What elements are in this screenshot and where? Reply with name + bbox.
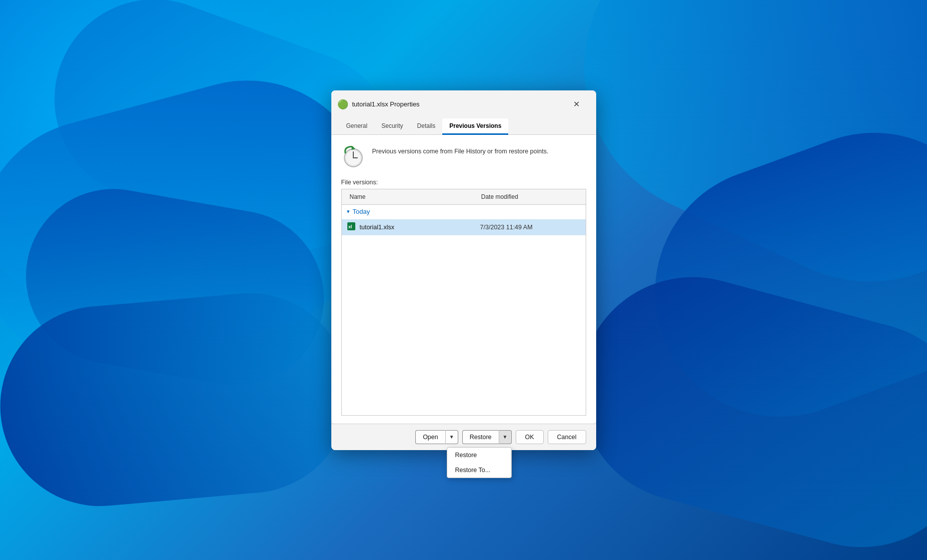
restore-button[interactable]: Restore	[462, 430, 499, 444]
file-versions-label: File versions:	[341, 179, 586, 186]
excel-icon: 🟢	[337, 99, 348, 110]
table-row[interactable]: xl tutorial1.xlsx 7/3/2023 11:49 AM	[342, 219, 586, 235]
open-dropdown-arrow[interactable]: ▼	[445, 430, 458, 444]
restore-dropdown-menu: Restore Restore To...	[447, 447, 512, 478]
ok-cancel-group: OK Cancel	[516, 430, 586, 444]
info-row: Previous versions come from File History…	[341, 145, 586, 169]
excel-file-icon: xl	[347, 222, 356, 233]
restore-button-group: Restore ▼ Restore Restore To...	[462, 430, 512, 444]
tab-bar: General Security Details Previous Versio…	[331, 118, 596, 135]
cancel-button[interactable]: Cancel	[548, 430, 586, 444]
properties-dialog: 🟢 tutorial1.xlsx Properties ✕ General Se…	[331, 90, 596, 450]
tab-previous-versions[interactable]: Previous Versions	[442, 118, 508, 135]
file-date: 7/3/2023 11:49 AM	[480, 224, 581, 231]
dialog-footer: Open ▼ Restore ▼ Restore Restore To...	[331, 424, 596, 450]
group-label: Today	[353, 208, 370, 215]
dialog-overlay: 🟢 tutorial1.xlsx Properties ✕ General Se…	[0, 0, 927, 560]
arrow-down-icon: ▼	[449, 434, 454, 440]
ok-button[interactable]: OK	[516, 430, 544, 444]
table-header: Name Date modified	[342, 189, 586, 205]
versions-table: Name Date modified ▾ Today xl	[341, 189, 586, 416]
tab-security[interactable]: Security	[374, 118, 410, 135]
close-button[interactable]: ✕	[565, 96, 588, 112]
dialog-content: Previous versions come from File History…	[331, 135, 596, 424]
open-button[interactable]: Open	[415, 430, 445, 444]
tab-details[interactable]: Details	[410, 118, 443, 135]
file-history-icon	[341, 145, 365, 169]
column-header-name: Name	[342, 192, 473, 201]
restore-dropdown-item-restore-to[interactable]: Restore To...	[447, 463, 511, 478]
restore-dropdown-arrow[interactable]: ▼	[499, 430, 512, 444]
dialog-titlebar: 🟢 tutorial1.xlsx Properties ✕	[331, 90, 596, 118]
table-body: ▾ Today xl tutorial1.xlsx 7/3/2023 11:49…	[342, 205, 586, 415]
dialog-title: tutorial1.xlsx Properties	[352, 100, 565, 108]
chevron-down-icon: ▾	[347, 208, 350, 215]
info-description: Previous versions come from File History…	[372, 145, 549, 156]
restore-dropdown-item-restore[interactable]: Restore	[447, 448, 511, 463]
column-header-date: Date modified	[473, 192, 586, 201]
file-name: tutorial1.xlsx	[360, 224, 480, 231]
open-button-group: Open ▼	[415, 430, 458, 444]
arrow-down-icon-restore: ▼	[503, 434, 508, 440]
svg-text:xl: xl	[348, 224, 352, 229]
tab-general[interactable]: General	[339, 118, 375, 135]
group-today[interactable]: ▾ Today	[342, 205, 586, 218]
